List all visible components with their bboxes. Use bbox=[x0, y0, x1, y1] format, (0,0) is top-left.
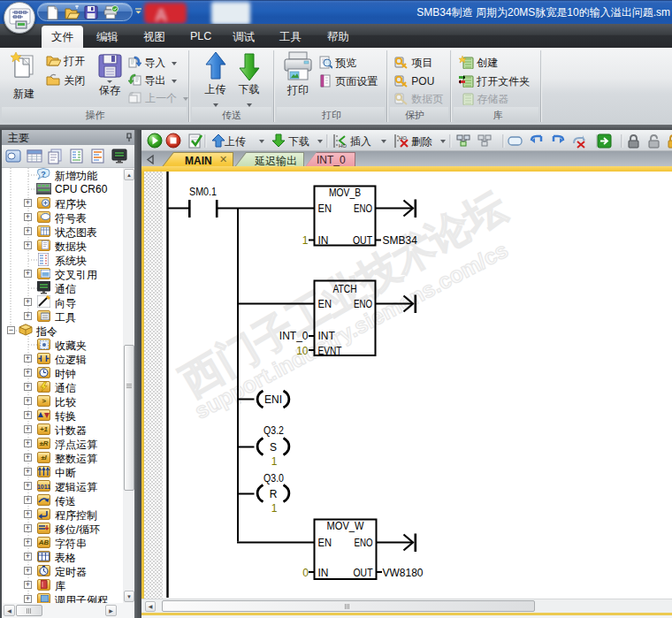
svg-text:EVNT: EVNT bbox=[318, 345, 343, 357]
svg-text:R: R bbox=[270, 488, 278, 500]
svg-text:ATCH: ATCH bbox=[333, 283, 357, 295]
svg-text:S: S bbox=[270, 441, 277, 454]
svg-text:0: 0 bbox=[302, 567, 309, 579]
svg-text:INT: INT bbox=[318, 330, 336, 342]
svg-text:IN: IN bbox=[318, 234, 329, 247]
svg-text:Q3.2: Q3.2 bbox=[263, 424, 284, 437]
svg-text:IN: IN bbox=[318, 567, 329, 579]
svg-text:HO: HO bbox=[399, 135, 407, 141]
svg-text:VW8180: VW8180 bbox=[383, 567, 424, 579]
svg-text:1: 1 bbox=[302, 234, 309, 247]
svg-text:EN: EN bbox=[318, 202, 332, 215]
svg-text:1: 1 bbox=[271, 455, 278, 468]
svg-text:1011: 1011 bbox=[37, 484, 50, 490]
svg-text:OUT: OUT bbox=[353, 234, 373, 247]
svg-text:SM0.1: SM0.1 bbox=[189, 186, 217, 198]
svg-text:?: ? bbox=[41, 170, 46, 179]
svg-text:SMB34: SMB34 bbox=[383, 234, 418, 247]
svg-text:INT_0: INT_0 bbox=[279, 330, 309, 342]
svg-text:OUT: OUT bbox=[354, 567, 374, 579]
svg-text:Q3.0: Q3.0 bbox=[263, 472, 284, 484]
svg-text:ENO: ENO bbox=[354, 298, 372, 310]
svg-text:MOV_W: MOV_W bbox=[327, 520, 365, 532]
svg-text:1: 1 bbox=[271, 502, 278, 515]
svg-text:ENO: ENO bbox=[355, 537, 373, 549]
svg-text:10: 10 bbox=[296, 345, 309, 357]
svg-text:MOV_B: MOV_B bbox=[329, 187, 361, 199]
svg-text:ENO: ENO bbox=[354, 202, 372, 215]
svg-text:EN: EN bbox=[318, 537, 332, 549]
svg-text:HO: HO bbox=[339, 143, 347, 149]
svg-text:ENI: ENI bbox=[264, 393, 282, 406]
svg-text:EN: EN bbox=[318, 298, 332, 310]
